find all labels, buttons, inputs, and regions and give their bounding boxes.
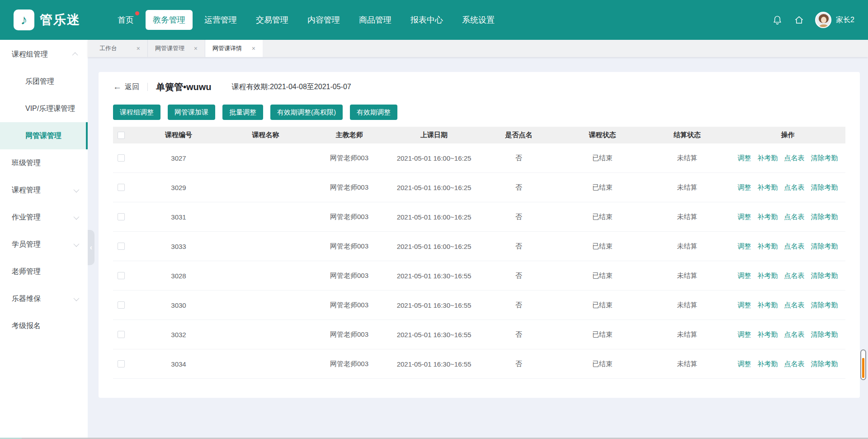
table-header: 课程编号 课程名称 主教老师 上课日期 是否点名 课程状态 结算状态 操作 — [113, 127, 845, 143]
action-rollcall-sheet-link[interactable]: 点名表 — [784, 360, 805, 368]
action-clear-attendance-link[interactable]: 清除考勤 — [811, 301, 838, 310]
row-checkbox[interactable] — [118, 331, 125, 338]
sidebar-item-exam-registration[interactable]: 考级报名 — [0, 312, 88, 339]
action-adjust-link[interactable]: 调整 — [738, 360, 751, 368]
action-adjust-link[interactable]: 调整 — [738, 183, 751, 192]
batch-adjust-button[interactable]: 批量调整 — [222, 105, 263, 120]
tab-online-course-mgmt[interactable]: 网管课管理 × — [148, 40, 205, 57]
action-clear-attendance-link[interactable]: 清除考勤 — [811, 154, 838, 162]
action-clear-attendance-link[interactable]: 清除考勤 — [811, 330, 838, 339]
sidebar-item-course-mgmt[interactable]: 课程管理 — [0, 177, 88, 204]
select-all-checkbox[interactable] — [118, 132, 125, 139]
action-adjust-link[interactable]: 调整 — [738, 301, 751, 310]
tab-online-course-detail[interactable]: 网管课详情 × — [205, 40, 263, 57]
nav-item-transactions[interactable]: 交易管理 — [249, 10, 296, 30]
sidebar-item-teachers[interactable]: 老师管理 — [0, 258, 88, 285]
cell-teacher: 网管老师003 — [307, 183, 391, 192]
action-clear-attendance-link[interactable]: 清除考勤 — [811, 272, 838, 280]
sidebar-item-online-courses[interactable]: 网管课管理 — [0, 122, 88, 149]
nav-item-content[interactable]: 内容管理 — [300, 10, 347, 30]
nav-item-reports[interactable]: 报表中心 — [403, 10, 450, 30]
back-arrow-icon: ← — [113, 82, 122, 92]
sidebar-item-course-groups[interactable]: 课程组管理 — [0, 41, 88, 68]
sidebar-item-vip-theory[interactable]: VIP/乐理课管理 — [0, 95, 88, 122]
validity-adjust-high-privilege-button[interactable]: 有效期调整(高权限) — [270, 105, 343, 120]
nav-item-academic[interactable]: 教务管理 — [146, 10, 193, 30]
row-checkbox[interactable] — [118, 184, 125, 191]
action-makeup-attendance-link[interactable]: 补考勤 — [758, 154, 778, 162]
row-checkbox[interactable] — [118, 360, 125, 367]
cell-date: 2021-05-01 16:30~16:55 — [391, 272, 477, 280]
action-rollcall-sheet-link[interactable]: 点名表 — [784, 154, 805, 162]
action-clear-attendance-link[interactable]: 清除考勤 — [811, 213, 838, 221]
cell-date: 2021-05-01 16:30~16:55 — [391, 301, 477, 309]
close-icon[interactable]: × — [194, 45, 198, 52]
cell-teacher: 网管老师003 — [307, 213, 391, 221]
add-online-lesson-button[interactable]: 网管课加课 — [168, 105, 215, 120]
back-button[interactable]: ← 返回 — [113, 82, 139, 92]
close-icon[interactable]: × — [252, 45, 255, 52]
action-clear-attendance-link[interactable]: 清除考勤 — [811, 183, 838, 192]
adjust-course-group-button[interactable]: 课程组调整 — [113, 105, 160, 120]
cell-course-id: 3033 — [133, 243, 224, 250]
tab-workbench[interactable]: 工作台 × — [88, 40, 148, 57]
bell-icon[interactable] — [772, 14, 783, 25]
action-makeup-attendance-link[interactable]: 补考勤 — [758, 360, 778, 368]
action-makeup-attendance-link[interactable]: 补考勤 — [758, 213, 778, 221]
action-rollcall-sheet-link[interactable]: 点名表 — [784, 183, 805, 192]
action-rollcall-sheet-link[interactable]: 点名表 — [784, 301, 805, 310]
action-makeup-attendance-link[interactable]: 补考勤 — [758, 272, 778, 280]
action-adjust-link[interactable]: 调整 — [738, 242, 751, 251]
table-row: 3029 网管老师003 2021-05-01 16:00~16:25 否 已结… — [113, 173, 845, 202]
cell-rollcall: 否 — [477, 242, 561, 251]
navbar-right: 家长2 — [772, 12, 854, 28]
avatar — [815, 12, 831, 28]
action-adjust-link[interactable]: 调整 — [738, 272, 751, 280]
sidebar-item-orchestra[interactable]: 乐团管理 — [0, 68, 88, 95]
row-checkbox[interactable] — [118, 243, 125, 250]
col-date: 上课日期 — [391, 131, 477, 139]
app-logo[interactable]: ♪ 管乐迷 — [14, 10, 80, 30]
sidebar-item-homework[interactable]: 作业管理 — [0, 204, 88, 231]
close-icon[interactable]: × — [137, 45, 140, 52]
vertical-scroll-indicator[interactable] — [860, 349, 866, 380]
nav-item-operations[interactable]: 运营管理 — [197, 10, 244, 30]
home-icon[interactable] — [793, 14, 804, 25]
sidebar-item-classes[interactable]: 班级管理 — [0, 149, 88, 177]
action-makeup-attendance-link[interactable]: 补考勤 — [758, 301, 778, 310]
cell-teacher: 网管老师003 — [307, 330, 391, 339]
page-title: 单簧管•wuwu — [156, 81, 212, 93]
nav-item-products[interactable]: 商品管理 — [352, 10, 399, 30]
row-checkbox[interactable] — [118, 213, 125, 220]
action-makeup-attendance-link[interactable]: 补考勤 — [758, 242, 778, 251]
row-checkbox[interactable] — [118, 154, 125, 162]
cell-status: 已结束 — [561, 242, 644, 251]
row-checkbox[interactable] — [118, 301, 125, 309]
user-menu[interactable]: 家长2 — [815, 12, 854, 28]
table-row: 3033 网管老师003 2021-05-01 16:00~16:25 否 已结… — [113, 232, 845, 261]
action-clear-attendance-link[interactable]: 清除考勤 — [811, 360, 838, 368]
cell-course-id: 3032 — [133, 331, 224, 339]
action-makeup-attendance-link[interactable]: 补考勤 — [758, 183, 778, 192]
action-rollcall-sheet-link[interactable]: 点名表 — [784, 213, 805, 221]
action-makeup-attendance-link[interactable]: 补考勤 — [758, 330, 778, 339]
app-screen: ♪ 管乐迷 首页 教务管理 运营管理 交易管理 内容管理 商品管理 报表中心 系… — [0, 0, 868, 439]
col-course-id: 课程编号 — [133, 131, 224, 139]
validity-adjust-button[interactable]: 有效期调整 — [350, 105, 397, 120]
action-adjust-link[interactable]: 调整 — [738, 330, 751, 339]
nav-item-settings[interactable]: 系统设置 — [455, 10, 502, 30]
sidebar-item-instrument-maintenance[interactable]: 乐器维保 — [0, 285, 88, 312]
action-rollcall-sheet-link[interactable]: 点名表 — [784, 330, 805, 339]
cell-date: 2021-05-01 16:00~16:25 — [391, 184, 477, 191]
nav-item-home[interactable]: 首页 — [110, 10, 141, 30]
cell-course-id: 3031 — [133, 213, 224, 221]
user-name: 家长2 — [836, 15, 854, 25]
main-nav: 首页 教务管理 运营管理 交易管理 内容管理 商品管理 报表中心 系统设置 — [110, 10, 502, 30]
action-rollcall-sheet-link[interactable]: 点名表 — [784, 272, 805, 280]
action-adjust-link[interactable]: 调整 — [738, 154, 751, 162]
action-adjust-link[interactable]: 调整 — [738, 213, 751, 221]
action-clear-attendance-link[interactable]: 清除考勤 — [811, 242, 838, 251]
action-rollcall-sheet-link[interactable]: 点名表 — [784, 242, 805, 251]
sidebar-item-students[interactable]: 学员管理 — [0, 231, 88, 258]
row-checkbox[interactable] — [118, 272, 125, 279]
